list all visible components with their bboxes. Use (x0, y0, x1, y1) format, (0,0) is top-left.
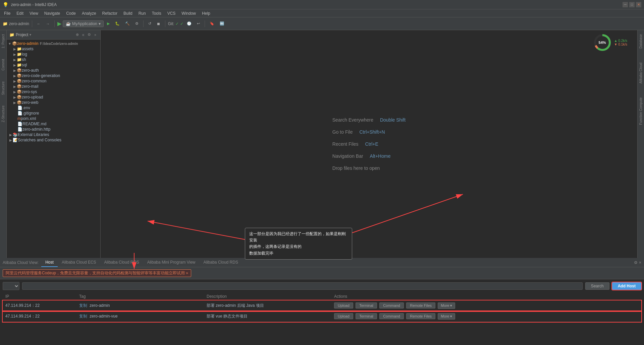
row1-tag: 复制 zero-admin (76, 300, 204, 311)
debug-btn[interactable]: 🐛 (113, 20, 122, 27)
git-revert-btn[interactable]: ↩ (195, 20, 202, 27)
sidebar-tab-commit[interactable]: Commit (1, 58, 6, 72)
tree-item-log[interactable]: ▶ 📁 log (7, 52, 100, 57)
git-history-btn[interactable]: 🕐 (185, 20, 194, 27)
cloud-search-input[interactable] (22, 282, 583, 290)
panel-close-btn[interactable]: × (93, 32, 98, 37)
tree-item-pom[interactable]: m pom.xml (7, 116, 100, 121)
tree-item-zeroweb[interactable]: ▶ 📦 zero-web (7, 100, 100, 105)
tree-item-extlib[interactable]: ▶ 📚 External Libraries (7, 132, 100, 137)
run-config-name: MyApplication (72, 21, 97, 26)
title-bar-controls[interactable]: ─ □ ✕ (623, 2, 641, 7)
tree-label-extlib: External Libraries (18, 132, 49, 137)
tree-icon-sh: 📁 (17, 57, 22, 62)
menu-vcs[interactable]: VCS (165, 10, 178, 16)
menu-analyze[interactable]: Analyze (79, 10, 99, 16)
menu-navigate[interactable]: Navigate (42, 10, 63, 16)
menu-edit[interactable]: Edit (14, 10, 26, 16)
tree-item-env[interactable]: 📄 .env (7, 105, 100, 111)
cloud-banner-text[interactable]: 阿里云代码管理服务Codeup，免费且无限容量，支持自动化代码检测与智能评审等丰… (3, 269, 191, 277)
row2-remotefiles-btn[interactable]: Remote Files (406, 313, 435, 319)
menu-code[interactable]: Code (63, 10, 78, 16)
row2-command-btn[interactable]: Command (379, 313, 404, 319)
right-tab-function[interactable]: Function Compute (638, 96, 643, 126)
row1-terminal-btn[interactable]: Terminal (356, 302, 377, 308)
project-icon: 📁 (3, 21, 8, 26)
row2-copy-tag[interactable]: 复制 (79, 314, 87, 319)
add-host-btn[interactable]: Add Host (612, 282, 641, 290)
cloud-settings-btn[interactable]: ⚙ (634, 260, 638, 265)
tree-item-zeroauth[interactable]: ▶ 📦 zero-auth (7, 68, 100, 73)
cloud-tab-host[interactable]: Host (41, 258, 58, 267)
stop-btn[interactable]: ⏹ (155, 21, 162, 27)
forward-btn[interactable]: → (44, 21, 52, 27)
menu-tools[interactable]: Tools (149, 10, 164, 16)
bookmark-btn[interactable]: 🔖 (208, 20, 216, 27)
run-config-selector[interactable]: ☕ MyApplication ▾ (63, 20, 104, 27)
tree-item-zerocommon[interactable]: ▶ 📦 zero-common (7, 78, 100, 84)
sidebar-tab-zstructure[interactable]: Z-Structure (1, 104, 6, 124)
row2-upload-btn[interactable]: Upload (334, 313, 353, 319)
right-tab-database[interactable]: Database (638, 33, 643, 50)
row2-tag: 复制 zero-admin-vue (76, 311, 204, 322)
tree-item-sh[interactable]: ▶ 📁 sh (7, 57, 100, 62)
cloud-close-btn[interactable]: × (639, 260, 641, 265)
row2-terminal-btn[interactable]: Terminal (356, 313, 377, 319)
back-btn[interactable]: ← (35, 21, 43, 27)
panel-dropdown-icon[interactable]: ▾ (30, 33, 31, 37)
tree-item-zeromail[interactable]: ▶ 📦 zero-mail (7, 84, 100, 89)
tree-label-http: zero-admin.http (22, 127, 50, 132)
tree-label-gitignore: .gitignore (22, 111, 39, 116)
translate-btn[interactable]: 🔤 (218, 20, 226, 27)
settings-btn[interactable]: ⚙ (133, 20, 141, 27)
menu-view[interactable]: View (27, 10, 41, 16)
panel-collapse-btn[interactable]: ≡ (81, 32, 86, 37)
cloud-type-select[interactable] (3, 282, 19, 290)
tree-item-gitignore[interactable]: 📄 .gitignore (7, 111, 100, 116)
tree-icon-zeromail: 📦 (17, 84, 22, 89)
menu-run[interactable]: Run (136, 10, 149, 16)
cloud-tab-ecs[interactable]: Alibaba Cloud ECS (58, 258, 100, 267)
cloud-search-btn[interactable]: Search (585, 282, 609, 290)
minimize-btn[interactable]: ─ (623, 2, 628, 7)
menu-refactor[interactable]: Refactor (100, 10, 120, 16)
tree-item-readme[interactable]: 📄 README.md (7, 121, 100, 127)
tree-icon-zeroupload: 📦 (17, 95, 22, 99)
menu-help[interactable]: Help (199, 10, 213, 16)
sidebar-tab-structure[interactable]: Structure (1, 80, 6, 96)
tree-arrow-zerosys: ▶ (13, 90, 16, 94)
welcome-content: Search Everywhere Double Shift Go to Fil… (332, 117, 406, 171)
row1-command-btn[interactable]: Command (379, 302, 404, 308)
build-btn[interactable]: 🔨 (123, 20, 132, 27)
tree-item-assets[interactable]: ▶ 📁 assets (7, 46, 100, 52)
panel-settings-btn[interactable]: ⚙ (87, 32, 92, 37)
menu-window[interactable]: Window (179, 10, 199, 16)
row1-more-btn[interactable]: More ▾ (438, 302, 455, 309)
tree-item-zerosys[interactable]: ▶ 📦 zero-sys (7, 89, 100, 94)
maximize-btn[interactable]: □ (629, 2, 635, 7)
cloud-tab-rds[interactable]: Alibaba Cloud RDS (200, 258, 242, 267)
sidebar-tab-project[interactable]: 1: Project (1, 33, 6, 50)
menu-file[interactable]: File (1, 10, 13, 16)
tree-arrow-log: ▶ (13, 53, 16, 56)
tree-arrow-scratches: ▶ (9, 138, 12, 142)
run-btn[interactable]: ▶ (105, 20, 112, 27)
close-btn[interactable]: ✕ (636, 2, 641, 7)
tree-item-sql[interactable]: ▶ 📁 sql (7, 62, 100, 68)
tree-root[interactable]: ▼ 📦 zero-admin F:\IdeaCode\zero-admin (7, 41, 100, 46)
cloud-tab-miniprogram[interactable]: Alibaba Mini Program View (143, 258, 200, 267)
tree-item-scratches[interactable]: ▶ 📝 Scratches and Consoles (7, 137, 100, 143)
panel-locate-btn[interactable]: ⊕ (75, 32, 79, 37)
row2-more-btn[interactable]: More ▾ (438, 313, 455, 320)
table-row: 47.114.99.214：22 复制 zero-admin-vue 部署 vu… (3, 311, 641, 322)
refresh-btn[interactable]: ↺ (146, 20, 153, 27)
tree-item-http[interactable]: 📄 zero-admin.http (7, 127, 100, 132)
cloud-tab-ros[interactable]: Alibaba Cloud ROS (100, 258, 143, 267)
tree-item-zerocode[interactable]: ▶ 📦 zero-code-generation (7, 73, 100, 78)
row1-copy-tag[interactable]: 复制 (79, 303, 87, 308)
menu-build[interactable]: Build (121, 10, 135, 16)
right-tab-alibaba[interactable]: Alibaba Cloud (638, 61, 643, 85)
row1-remotefiles-btn[interactable]: Remote Files (406, 302, 435, 308)
tree-item-zeroupload[interactable]: ▶ 📦 zero-upload (7, 94, 100, 100)
row1-upload-btn[interactable]: Upload (334, 302, 353, 308)
